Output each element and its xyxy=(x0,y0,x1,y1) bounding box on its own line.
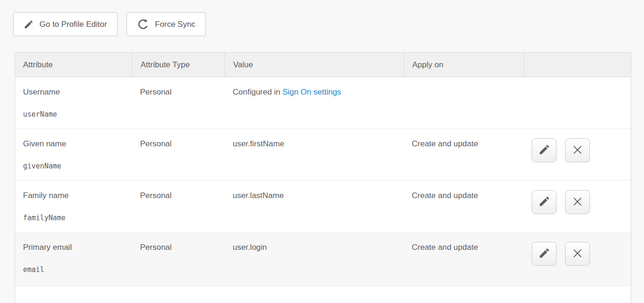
go-to-profile-editor-label: Go to Profile Editor xyxy=(39,20,107,29)
value-text: Configured in xyxy=(233,88,283,96)
pencil-icon xyxy=(538,144,550,157)
attribute-mappings-table: Attribute Attribute Type Value Apply on … xyxy=(15,52,631,303)
table-row-family-name: Family name familyName Personal user.las… xyxy=(15,181,631,232)
actions-cell xyxy=(524,181,631,232)
value-cell: Configured in Sign On settings xyxy=(225,77,404,128)
edit-attribute-button[interactable] xyxy=(532,242,557,266)
table-row-primary-email: Primary email email Personal user.login … xyxy=(15,232,631,286)
actions-cell xyxy=(524,129,631,180)
remove-attribute-button[interactable] xyxy=(565,242,590,266)
attribute-variable-name: email xyxy=(23,265,127,275)
attribute-type-cell: Personal xyxy=(132,129,225,180)
value-cell: user.firstName xyxy=(225,129,404,180)
table-row-given-name: Given name givenName Personal user.first… xyxy=(15,129,631,181)
attribute-type-cell: Personal xyxy=(132,181,225,232)
pencil-icon xyxy=(538,247,550,261)
column-header-attribute: Attribute xyxy=(15,53,132,77)
table-row-partial xyxy=(15,286,631,303)
refresh-icon xyxy=(137,18,149,31)
attribute-label: Family name xyxy=(23,191,127,200)
attribute-type-cell: Personal xyxy=(132,232,225,286)
apply-on-cell: Create and update xyxy=(404,232,524,286)
apply-on-cell: Create and update xyxy=(404,129,524,180)
attribute-cell: Primary email email xyxy=(15,232,132,286)
apply-on-cell: Create and update xyxy=(404,181,524,232)
pencil-icon xyxy=(24,19,34,30)
value-cell: user.lastName xyxy=(225,181,404,232)
table-header: Attribute Attribute Type Value Apply on xyxy=(15,53,631,77)
remove-attribute-button[interactable] xyxy=(565,190,590,214)
value-cell: user.login xyxy=(225,232,404,286)
sign-on-settings-link[interactable]: Sign On settings xyxy=(283,88,341,96)
toolbar: Go to Profile Editor Force Sync xyxy=(13,12,206,36)
actions-cell xyxy=(524,77,631,128)
edit-attribute-button[interactable] xyxy=(532,138,557,162)
pencil-icon xyxy=(538,195,550,209)
attribute-variable-name: givenName xyxy=(23,161,127,171)
column-header-value: Value xyxy=(225,53,404,77)
close-icon xyxy=(571,195,584,209)
go-to-profile-editor-button[interactable]: Go to Profile Editor xyxy=(13,12,118,36)
attribute-cell: Given name givenName xyxy=(15,129,132,180)
edit-attribute-button[interactable] xyxy=(532,190,557,214)
actions-cell xyxy=(524,232,631,286)
close-icon xyxy=(571,144,584,158)
force-sync-label: Force Sync xyxy=(155,20,196,29)
attribute-label: Username xyxy=(23,87,127,97)
attribute-variable-name: userName xyxy=(23,110,127,120)
column-header-apply-on: Apply on xyxy=(404,53,524,77)
table-row-username: Username userName Personal Configured in… xyxy=(15,77,631,129)
attribute-label: Given name xyxy=(23,139,127,149)
column-header-attribute-type: Attribute Type xyxy=(132,53,225,77)
attribute-cell: Family name familyName xyxy=(15,181,132,232)
attribute-type-cell: Personal xyxy=(132,77,225,128)
remove-attribute-button[interactable] xyxy=(565,138,590,162)
close-icon xyxy=(571,247,584,261)
attribute-variable-name: familyName xyxy=(23,213,127,223)
attribute-cell: Username userName xyxy=(15,77,132,128)
column-header-actions xyxy=(524,53,631,77)
attribute-label: Primary email xyxy=(23,242,127,252)
force-sync-button[interactable]: Force Sync xyxy=(126,12,206,36)
apply-on-cell xyxy=(404,77,524,128)
